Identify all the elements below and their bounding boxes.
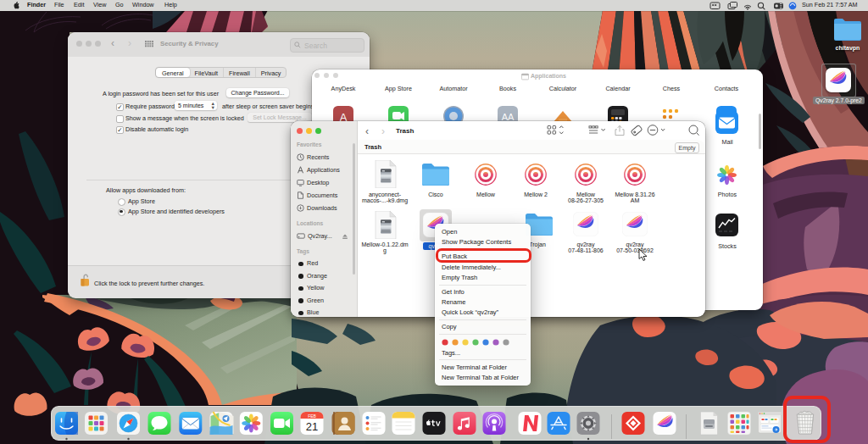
svg-text:FEB: FEB xyxy=(308,413,316,419)
svg-text:21: 21 xyxy=(306,420,318,433)
